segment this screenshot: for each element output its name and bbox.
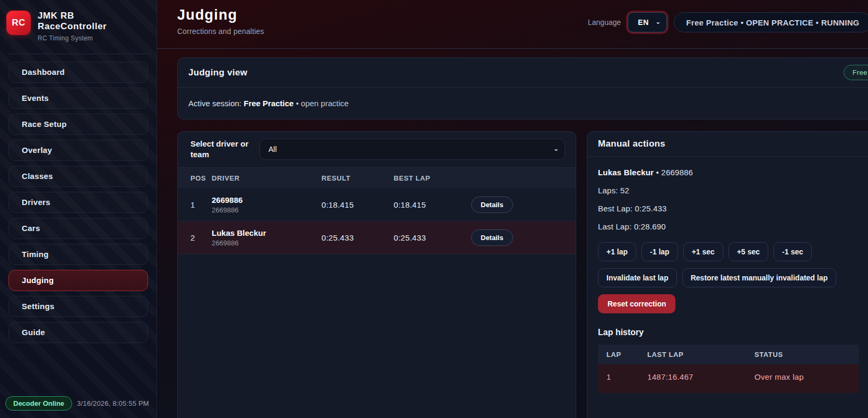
selected-driver-line: Lukas Bleckur • 2669886 [598, 168, 868, 177]
lap-history-row[interactable]: 1 1487:16.467 Over max lap [598, 364, 859, 393]
sidebar-item-cars[interactable]: Cars [8, 218, 148, 239]
app-logo: RC [6, 11, 31, 35]
laps-count: Laps: 52 [598, 186, 868, 195]
sidebar: RC JMK RB RaceController RC Timing Syste… [0, 0, 157, 418]
sidebar-item-judging[interactable]: Judging [8, 270, 148, 291]
table-row[interactable]: 2 Lukas Bleckur 2669886 0:25.433 0:25.43… [178, 221, 576, 254]
language-label: Language [588, 18, 621, 27]
free-practice-badge: Free Practice [844, 65, 868, 80]
row-result: 0:25.433 [322, 233, 394, 242]
row-pos: 1 [178, 200, 212, 209]
active-session-name: Free Practice [244, 99, 293, 108]
drivers-panel: Select driver or team All ⌄ POS DRIVER R… [177, 131, 576, 418]
last-lap-value: Last Lap: 0:28.690 [598, 222, 868, 231]
sidebar-item-race-setup[interactable]: Race Setup [8, 114, 148, 135]
active-session-type: • open practice [296, 99, 349, 108]
manual-actions-body: Lukas Bleckur • 2669886 Laps: 52 Best La… [587, 157, 868, 404]
driver-transponder: 2669886 [212, 206, 322, 214]
driver-name: 2669886 [212, 195, 322, 204]
selected-driver-name: Lukas Bleckur [598, 168, 654, 177]
sidebar-footer: Decoder Online 3/16/2026, 8:05:55 PM [5, 396, 153, 411]
app-title-line1: JMK RB [38, 11, 107, 21]
plus-5-sec-button[interactable]: +5 sec [728, 242, 768, 261]
sidebar-item-classes[interactable]: Classes [8, 166, 148, 187]
lap-number: 1 [598, 372, 647, 381]
page-header: Judging Corrections and penalties Langua… [157, 0, 868, 49]
header-controls: Language EN ⌄ Free Practice • OPEN PRACT… [588, 12, 868, 32]
panels-row: Select driver or team All ⌄ POS DRIVER R… [177, 131, 868, 418]
driver-filter-wrap: All ⌄ [259, 139, 565, 160]
col-lap: LAP [598, 351, 647, 359]
session-status-text: Free Practice • OPEN PRACTICE • RUNNING [686, 18, 859, 27]
sidebar-item-guide[interactable]: Guide [8, 322, 148, 343]
driver-filter-label: Select driver or team [190, 139, 250, 160]
row-result: 0:18.415 [322, 200, 394, 209]
col-best-lap: BEST LAP [394, 174, 471, 182]
driver-name: Lukas Bleckur [212, 228, 322, 237]
driver-filter-row: Select driver or team All ⌄ [178, 132, 576, 168]
language-select-wrap: EN ⌄ [628, 12, 667, 32]
active-session-label: Active session: [188, 99, 241, 108]
driver-table-header: POS DRIVER RESULT BEST LAP [178, 168, 576, 189]
sidebar-item-dashboard[interactable]: Dashboard [8, 62, 148, 83]
app-brand: RC JMK RB RaceController RC Timing Syste… [0, 0, 157, 49]
lap-status: Over max lap [754, 372, 859, 381]
sidebar-nav: Dashboard Events Race Setup Overlay Clas… [0, 62, 157, 343]
table-row[interactable]: 1 2669886 2669886 0:18.415 0:18.415 Deta… [178, 189, 576, 221]
manual-actions-panel: Manual actions Lukas Bleckur • 2669886 L… [587, 131, 868, 418]
content-area: Judging view Free Practice Active sessio… [157, 49, 868, 418]
decoder-status-badge: Decoder Online [5, 396, 72, 411]
sidebar-item-events[interactable]: Events [8, 88, 148, 109]
judging-view-panel: Judging view Free Practice Active sessio… [177, 57, 868, 120]
main-area: Judging Corrections and penalties Langua… [157, 0, 868, 418]
col-pos: POS [178, 174, 212, 182]
sidebar-item-overlay[interactable]: Overlay [8, 140, 148, 161]
clock-timestamp: 3/16/2026, 8:05:55 PM [77, 399, 149, 407]
invalidate-buttons-row: Invalidate last lap Restore latest manua… [598, 268, 868, 287]
lap-time: 1487:16.467 [647, 372, 754, 381]
col-driver: DRIVER [212, 174, 322, 182]
reset-correction-button[interactable]: Reset correction [598, 294, 675, 313]
separator-dot: • [656, 168, 659, 177]
row-best-lap: 0:25.433 [394, 233, 471, 242]
lap-history-header: LAP LAST LAP STATUS [598, 345, 859, 364]
selected-driver-number: 2669886 [661, 168, 693, 177]
details-button[interactable]: Details [471, 197, 513, 213]
sidebar-item-settings[interactable]: Settings [8, 296, 148, 317]
active-session-line: Active session: Free Practice • open pra… [178, 88, 868, 119]
minus-1-lap-button[interactable]: -1 lap [641, 242, 678, 261]
row-pos: 2 [178, 233, 212, 242]
minus-1-sec-button[interactable]: -1 sec [774, 242, 812, 261]
judging-view-header: Judging view Free Practice [178, 58, 868, 88]
plus-1-lap-button[interactable]: +1 lap [598, 242, 636, 261]
col-status: STATUS [754, 351, 859, 359]
driver-filter-select[interactable]: All [259, 139, 565, 160]
judging-view-title: Judging view [188, 67, 247, 78]
row-actions: Details [471, 197, 576, 213]
sidebar-item-timing[interactable]: Timing [8, 244, 148, 265]
details-button[interactable]: Details [471, 229, 513, 246]
session-status-pill: Free Practice • OPEN PRACTICE • RUNNING [674, 12, 868, 32]
col-last-lap: LAST LAP [647, 351, 754, 359]
app-title-block: JMK RB RaceController RC Timing System [38, 11, 107, 42]
app-title-line2: RaceController [38, 21, 107, 32]
restore-invalidated-lap-button[interactable]: Restore latest manually invalidated lap [682, 268, 836, 287]
best-lap-value: Best Lap: 0:25.433 [598, 204, 868, 213]
driver-transponder: 2669886 [212, 239, 322, 247]
sidebar-item-drivers[interactable]: Drivers [8, 192, 148, 213]
row-actions: Details [471, 229, 576, 246]
row-best-lap: 0:18.415 [394, 200, 471, 209]
sidebar-divider [8, 54, 148, 54]
plus-1-sec-button[interactable]: +1 sec [683, 242, 723, 261]
app-subtitle: RC Timing System [38, 35, 107, 42]
manual-actions-title: Manual actions [598, 139, 665, 149]
lap-history-table: LAP LAST LAP STATUS 1 1487:16.467 Over m… [598, 345, 859, 393]
row-driver-cell: 2669886 2669886 [212, 195, 322, 214]
lap-adjust-buttons: +1 lap -1 lap +1 sec +5 sec -1 sec [598, 242, 868, 261]
lap-history-title: Lap history [598, 328, 868, 337]
manual-actions-header: Manual actions [587, 132, 868, 157]
invalidate-last-lap-button[interactable]: Invalidate last lap [598, 268, 677, 287]
row-driver-cell: Lukas Bleckur 2669886 [212, 228, 322, 247]
language-select[interactable]: EN [628, 12, 667, 32]
col-result: RESULT [322, 174, 394, 182]
